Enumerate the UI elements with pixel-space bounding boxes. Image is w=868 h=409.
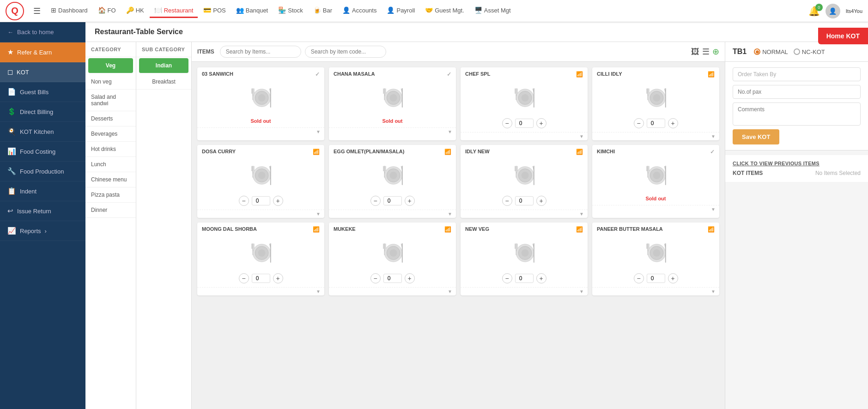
category-item-pizza_pasta[interactable]: Pizza pasta — [85, 187, 136, 203]
search-items-input[interactable] — [220, 46, 301, 58]
order-taken-by-select[interactable]: Order Taken By — [733, 67, 861, 81]
items-toolbar-label: ITEMS — [197, 48, 214, 55]
sidebar-item-reports[interactable]: 📈Reports› — [0, 221, 85, 241]
qty-decrease-button[interactable]: − — [502, 273, 512, 283]
back-to-home[interactable]: ← Back to home — [0, 22, 85, 42]
add-item-button[interactable]: ⊕ — [712, 47, 719, 57]
qty-input[interactable] — [252, 196, 270, 205]
qty-increase-button[interactable]: + — [405, 273, 415, 283]
sidebar-item-refer_earn[interactable]: ★Refer & Earn — [0, 42, 85, 62]
qty-input[interactable] — [383, 196, 402, 205]
nav-item-payroll[interactable]: 👤Payroll — [382, 4, 419, 18]
category-item-veg[interactable]: Veg — [88, 58, 133, 73]
qty-input[interactable] — [515, 196, 534, 205]
qty-input[interactable] — [647, 119, 665, 128]
qty-input[interactable] — [515, 119, 534, 128]
no-signal-icon: 📶 — [576, 71, 583, 78]
qty-decrease-button[interactable]: − — [239, 273, 249, 283]
category-item-chinese_menu[interactable]: Chinese menu — [85, 172, 136, 187]
item-card-header: MOONG DAL SHORBA 📶 — [197, 223, 324, 235]
normal-radio[interactable]: NORMAL — [754, 48, 788, 55]
sidebar-item-guest_bills[interactable]: 📄Guest Bills — [0, 82, 85, 102]
category-item-hot_drinks[interactable]: Hot drinks — [85, 142, 136, 157]
no-of-pax-input[interactable] — [733, 85, 861, 99]
nav-item-bar[interactable]: 🍺Bar — [309, 4, 337, 18]
nav-icon-bar: 🍺 — [313, 6, 321, 14]
user-label[interactable]: Its4You — [846, 8, 862, 14]
qty-increase-button[interactable]: + — [273, 273, 283, 283]
qty-decrease-button[interactable]: − — [370, 273, 381, 283]
item-card-header: IDLY NEW 📶 — [461, 145, 588, 157]
nc-kot-radio[interactable]: NC-KOT — [794, 48, 825, 55]
nav-item-hk[interactable]: 🔑HK — [121, 4, 149, 18]
nav-item-accounts[interactable]: 👤Accounts — [338, 4, 381, 18]
list-view-button[interactable]: ☰ — [702, 47, 710, 57]
qty-decrease-button[interactable]: − — [634, 273, 644, 283]
qty-decrease-button[interactable]: − — [502, 118, 512, 128]
sidebar-item-kot_kitchen[interactable]: 🍳KOT Kitchen — [0, 122, 85, 142]
sidebar-item-direct_billing[interactable]: 💲Direct Billing — [0, 102, 85, 122]
category-item-lunch[interactable]: Lunch — [85, 157, 136, 172]
svg-point-30 — [653, 94, 660, 102]
nav-item-restaurant[interactable]: 🍽️Restaurant — [150, 4, 198, 18]
item-name: NEW VEG — [465, 226, 489, 232]
home-kot-button[interactable]: Home KOT — [818, 28, 868, 44]
image-view-button[interactable]: 🖼 — [691, 47, 699, 57]
subcategory-item-breakfast[interactable]: Breakfast — [136, 74, 191, 90]
qty-increase-button[interactable]: + — [536, 196, 546, 206]
sidebar-icon-food_production: 🔧 — [7, 167, 16, 175]
qty-increase-button[interactable]: + — [536, 118, 546, 128]
chevron-down-icon: ▼ — [711, 134, 716, 139]
qty-input[interactable] — [515, 274, 534, 283]
nav-item-fo[interactable]: 🏠FO — [93, 4, 121, 18]
notification-button[interactable]: 🔔 0 — [808, 6, 820, 17]
item-image-area — [329, 235, 456, 271]
qty-decrease-button[interactable]: − — [239, 196, 249, 206]
qty-input[interactable] — [383, 274, 402, 283]
sidebar-item-indent[interactable]: 📋Indent — [0, 181, 85, 201]
prev-items-section: CLICK TO VIEW PREVIOUS ITEMS KOT ITEMS N… — [725, 155, 868, 182]
qty-input[interactable] — [647, 274, 665, 283]
nav-item-dashboard[interactable]: ⊞Dashboard — [46, 4, 92, 18]
qty-decrease-button[interactable]: − — [634, 118, 644, 128]
sidebar-item-kot[interactable]: ◻KOT — [0, 62, 85, 82]
nav-item-guest_mgt[interactable]: 🤝Guest Mgt. — [420, 4, 469, 18]
item-footer: ▼ — [461, 287, 588, 295]
qty-decrease-button[interactable]: − — [502, 196, 512, 206]
save-kot-button[interactable]: Save KOT — [733, 129, 779, 144]
qty-increase-button[interactable]: + — [536, 273, 546, 283]
nav-item-asset_mgt[interactable]: 🖥️Asset Mgt — [470, 4, 516, 18]
item-image-area — [329, 157, 456, 194]
sidebar-icon-kot_kitchen: 🍳 — [7, 127, 16, 136]
search-code-input[interactable] — [305, 46, 386, 58]
qty-increase-button[interactable]: + — [405, 196, 415, 206]
qty-control: − + — [329, 194, 456, 210]
qty-increase-button[interactable]: + — [273, 196, 283, 206]
qty-input[interactable] — [252, 274, 270, 283]
qty-decrease-button[interactable]: − — [370, 196, 381, 206]
nav-icon-restaurant: 🍽️ — [154, 6, 162, 14]
nav-item-pos[interactable]: 💳POS — [199, 4, 230, 18]
qty-increase-button[interactable]: + — [668, 118, 678, 128]
item-footer: ▼ — [329, 210, 456, 218]
sidebar-label-kot: KOT — [17, 69, 29, 76]
subcategory-item-indian[interactable]: Indian — [139, 58, 188, 73]
sidebar-icon-indent: 📋 — [7, 187, 16, 195]
svg-point-46 — [389, 172, 397, 179]
category-item-beverages[interactable]: Beverages — [85, 126, 136, 142]
prev-items-link[interactable]: CLICK TO VIEW PREVIOUS ITEMS — [733, 161, 861, 166]
hamburger-button[interactable]: ☰ — [30, 4, 44, 18]
qty-increase-button[interactable]: + — [668, 273, 678, 283]
comments-textarea[interactable] — [733, 102, 861, 126]
nav-item-banquet[interactable]: 👥Banquet — [231, 4, 273, 18]
sidebar-item-food_costing[interactable]: 📊Food Costing — [0, 142, 85, 162]
sidebar-item-issue_return[interactable]: ↩Issue Return — [0, 201, 85, 221]
category-item-salad_sandwich[interactable]: Salad and sandwi — [85, 90, 136, 111]
sidebar-item-food_production[interactable]: 🔧Food Production — [0, 162, 85, 181]
category-item-dinner[interactable]: Dinner — [85, 203, 136, 218]
user-avatar[interactable]: 👤 — [826, 4, 840, 18]
category-item-non_veg[interactable]: Non veg — [85, 74, 136, 90]
category-item-desserts[interactable]: Desserts — [85, 111, 136, 126]
nav-item-stock[interactable]: 🏪Stock — [273, 4, 308, 18]
svg-point-94 — [653, 249, 660, 257]
